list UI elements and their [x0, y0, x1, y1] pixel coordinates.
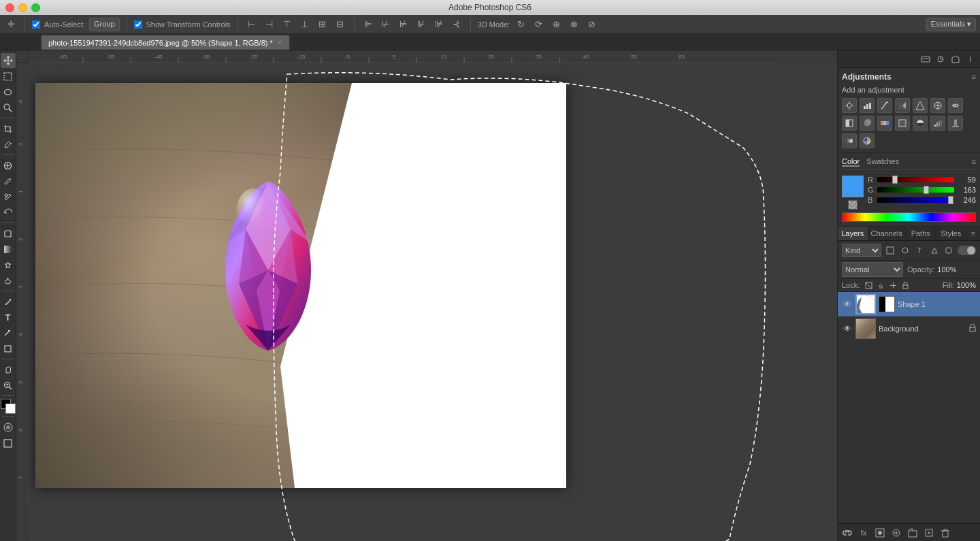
new-fill-layer-icon[interactable]	[889, 526, 903, 540]
filter-pixel-icon[interactable]	[884, 244, 896, 257]
layer-fx-icon[interactable]: fx	[857, 526, 870, 540]
tab-layers[interactable]: Layers	[838, 227, 868, 240]
3d-scale-icon[interactable]: ⊘	[585, 18, 598, 31]
distribute2-icon[interactable]: ⊬	[379, 18, 393, 31]
adj-invert[interactable]	[913, 116, 928, 131]
layer-visibility-bg[interactable]: 👁	[842, 323, 853, 334]
panel-toggle-3[interactable]	[949, 52, 962, 66]
adj-photofilter[interactable]	[860, 116, 875, 131]
filter-adjustment-icon[interactable]	[899, 244, 911, 257]
clone-tool[interactable]	[1, 189, 16, 204]
move-tool-icon[interactable]: ✛	[4, 18, 18, 31]
type-tool[interactable]: T	[1, 310, 16, 325]
3d-rotate-icon[interactable]: ↻	[514, 18, 527, 31]
screen-mode-tool[interactable]	[1, 436, 16, 450]
adj-selective-color[interactable]	[860, 133, 875, 148]
crop-tool[interactable]	[1, 121, 16, 136]
adj-colorlookup[interactable]	[895, 116, 910, 131]
minimize-button[interactable]	[18, 3, 27, 12]
layer-mask-icon[interactable]	[873, 526, 887, 540]
distribute1-icon[interactable]: ⊫	[361, 18, 375, 31]
group-dropdown[interactable]: Group	[89, 18, 120, 31]
brush-tool[interactable]	[1, 174, 16, 188]
marquee-tool[interactable]	[1, 69, 16, 84]
maximize-button[interactable]	[31, 3, 40, 12]
distribute4-icon[interactable]: ⊮	[414, 18, 428, 31]
align-right-icon[interactable]: ⊤	[280, 18, 294, 31]
align-center-h-icon[interactable]: ⊣	[263, 18, 276, 31]
adj-brightness[interactable]	[842, 98, 857, 113]
blur-tool[interactable]	[1, 257, 16, 272]
align-bottom-icon[interactable]: ⊟	[333, 18, 347, 31]
document-tab[interactable]: photo-1551947391-249dcb8ed976.jpeg @ 50%…	[41, 35, 290, 50]
layer-visibility-shape1[interactable]: 👁	[842, 299, 853, 310]
distribute6-icon[interactable]: ⊰	[450, 18, 463, 31]
tab-styles[interactable]: Styles	[936, 227, 966, 240]
tab-paths[interactable]: Paths	[906, 227, 936, 240]
lock-all-icon[interactable]	[900, 280, 910, 290]
align-left-icon[interactable]: ⊢	[245, 18, 259, 31]
color-panel-menu[interactable]: ≡	[971, 157, 976, 167]
canvas-content[interactable]: .marching-ants { stroke: white; stroke-w…	[29, 63, 837, 541]
delete-layer-icon[interactable]	[938, 526, 952, 540]
g-value[interactable]: 163	[957, 186, 976, 194]
shape-tool[interactable]	[1, 341, 16, 356]
distribute3-icon[interactable]: ⊭	[397, 18, 410, 31]
adj-exposure[interactable]	[895, 98, 910, 113]
3d-pan-icon[interactable]: ⊕	[549, 18, 563, 31]
3d-slide-icon[interactable]: ⊗	[567, 18, 581, 31]
eraser-tool[interactable]	[1, 226, 16, 241]
3d-roll-icon[interactable]: ⟳	[532, 18, 545, 31]
align-top-icon[interactable]: ⊥	[298, 18, 312, 31]
panel-toggle-4[interactable]: i	[964, 52, 977, 66]
essentials-dropdown[interactable]: Essentials ▾	[926, 18, 976, 31]
adj-channelmixer[interactable]	[877, 116, 892, 131]
filter-kind-select[interactable]: Kind	[842, 244, 881, 257]
auto-select-checkbox[interactable]	[32, 20, 40, 29]
tab-close-icon[interactable]: ✕	[277, 39, 282, 46]
lasso-tool[interactable]	[1, 84, 16, 99]
adj-bw[interactable]	[842, 116, 857, 131]
lock-position-icon[interactable]	[888, 280, 898, 290]
blue-slider[interactable]	[877, 197, 954, 203]
adj-posterize[interactable]	[930, 116, 945, 131]
tab-channels[interactable]: Channels	[868, 227, 906, 240]
r-value[interactable]: 59	[957, 176, 976, 184]
layers-expand[interactable]: ≡	[966, 227, 980, 240]
adj-levels[interactable]	[860, 98, 875, 113]
fill-value[interactable]: 100%	[957, 281, 976, 289]
tab-color[interactable]: Color	[842, 157, 860, 167]
color-swatch-fg[interactable]	[842, 176, 864, 197]
adj-vibrance[interactable]	[913, 98, 928, 113]
layer-link-icon[interactable]	[840, 526, 854, 540]
zoom-tool[interactable]	[1, 378, 16, 393]
b-value[interactable]: 246	[957, 196, 976, 204]
green-slider[interactable]	[877, 187, 954, 193]
pen-tool[interactable]	[1, 294, 16, 309]
blendmode-select[interactable]: Normal	[842, 262, 903, 277]
history-tool[interactable]	[1, 205, 16, 220]
adj-curves[interactable]	[877, 98, 892, 113]
lock-pixels-icon[interactable]	[876, 280, 885, 290]
filter-shape-icon[interactable]	[928, 244, 940, 257]
quickmask-tool[interactable]	[1, 420, 16, 435]
align-center-v-icon[interactable]: ⊞	[316, 18, 329, 31]
opacity-value[interactable]: 100%	[937, 265, 956, 274]
filter-smart-icon[interactable]	[943, 244, 954, 257]
adj-threshold[interactable]	[948, 116, 963, 131]
eyedropper-tool[interactable]	[1, 137, 16, 152]
path-select-tool[interactable]	[1, 325, 16, 340]
gradient-tool[interactable]	[1, 242, 16, 257]
layer-shape1[interactable]: 👁 Shape 1	[838, 292, 980, 316]
panel-toggle-2[interactable]	[934, 52, 947, 66]
healing-tool[interactable]	[1, 158, 16, 173]
transform-checkbox[interactable]	[134, 20, 142, 29]
distribute5-icon[interactable]: ⊯	[432, 18, 446, 31]
color-spectrum[interactable]	[842, 212, 976, 222]
hand-tool[interactable]	[1, 362, 16, 377]
dodge-tool[interactable]	[1, 273, 16, 288]
quick-select-tool[interactable]	[1, 100, 16, 115]
panel-toggle-1[interactable]	[919, 52, 932, 66]
adj-colorbalance[interactable]	[948, 98, 963, 113]
lock-transparent-icon[interactable]	[864, 280, 873, 290]
